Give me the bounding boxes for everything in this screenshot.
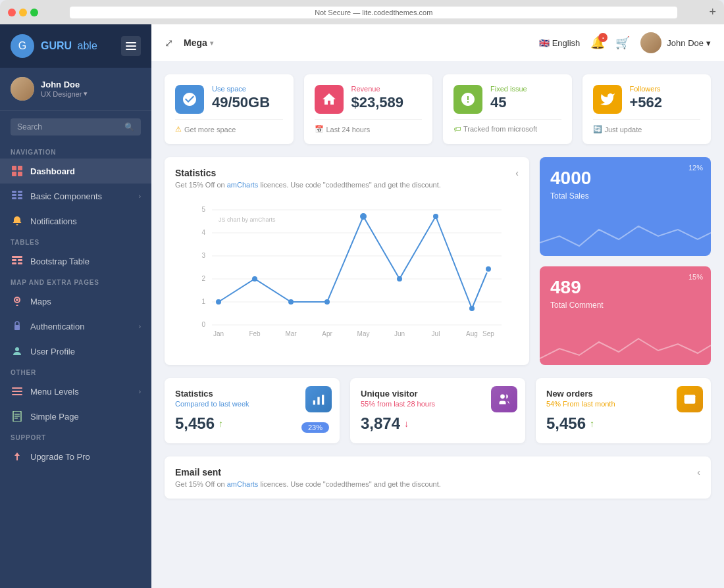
messages-button[interactable]: 🛒 [615,36,630,50]
stat-info-followers: Followers +562 [630,85,701,111]
nav-label-tables: Tables [0,233,151,249]
dot-yellow[interactable] [19,9,27,16]
sidebar-item-maps[interactable]: Maps [0,289,151,314]
stat-icon-revenue [315,85,344,114]
sidebar-item-label: Basic Components [30,191,102,201]
sales-percent: 12% [688,164,703,172]
stat-value-followers: +562 [630,94,701,111]
header-right: 🇬🇧 English 🔔 • 🛒 John Doe ▾ [539,32,711,53]
sidebar-item-label: User Profile [30,347,75,356]
header-user-avatar [640,32,661,53]
svg-text:5: 5 [201,206,205,213]
email-title: Email sent [175,467,221,478]
stat-footer-usespace: ⚠ Get more space [175,119,283,134]
sidebar-item-label: Maps [30,297,51,306]
header-menu-name: Mega ▾ [184,37,213,48]
svg-rect-22 [14,416,20,417]
stat-value-revenue: $23,589 [351,94,423,111]
browser-dots [8,9,38,16]
svg-point-37 [216,299,221,305]
svg-text:Aug: Aug [466,330,478,337]
notifications-icon [11,214,24,228]
chart-card: Statistics ‹ Get 15% Off on amCharts lic… [165,157,529,365]
stat-icon-usespace [175,85,204,114]
comments-wave-chart [540,326,711,365]
stat-value-usespace: 49/50GB [212,94,283,111]
svg-rect-57 [322,395,324,404]
message-icon: 🛒 [615,36,630,49]
nav-label-map: Map And Extra Pages [0,274,151,289]
sidebar-item-bootstrap-table[interactable]: Bootstrap Table [0,249,151,274]
comments-label: Total Comment [550,301,700,310]
user-menu-button[interactable]: John Doe ▾ [640,32,711,53]
sidebar-logo: G GURU able [0,24,151,68]
sidebar-item-authentication[interactable]: Authentication › [0,314,151,339]
bc-value-orders: 5,456 ↑ [546,414,700,433]
chart-subtitle: Get 15% Off on amCharts licences. Use co… [175,181,519,189]
flag-icon: 🇬🇧 [539,38,550,48]
svg-rect-56 [317,397,319,405]
header-user-name: John Doe ▾ [667,38,711,48]
stat-card-followers: Followers +562 🔄 Just update [582,74,711,144]
search-input-wrap[interactable]: 🔍 [11,118,141,135]
svg-rect-2 [12,172,16,176]
svg-point-40 [324,299,330,305]
bottom-card-visitor: Unique visitor 55% from last 28 hours 3,… [350,378,525,443]
user-role: UX Designer ▾ [41,89,88,98]
browser-new-tab[interactable]: + [709,5,716,19]
nav-label-support: Support [0,429,151,444]
svg-text:Feb: Feb [249,330,261,337]
sidebar-item-label: Simple Page [30,412,79,422]
notifications-bell-button[interactable]: 🔔 • [590,36,605,50]
sales-wave-chart [540,216,711,256]
chart-collapse-button[interactable]: ‹ [515,168,519,178]
main-panel: ⤢ Mega ▾ 🇬🇧 English 🔔 • 🛒 [151,24,724,588]
sidebar-item-label: Menu Levels [30,387,79,397]
svg-rect-10 [12,256,22,258]
svg-point-41 [360,213,367,220]
search-input[interactable] [17,122,120,132]
sidebar-item-upgrade[interactable]: Upgrade To Pro [0,444,151,469]
email-amcharts-link[interactable]: amCharts [227,480,259,488]
sidebar-item-notifications[interactable]: Notifications [0,208,151,233]
svg-rect-55 [313,401,315,405]
avatar [11,77,34,101]
menu-toggle-button[interactable] [121,36,141,56]
statistics-icon [305,386,332,412]
sidebar-item-simple-page[interactable]: Simple Page [0,404,151,429]
user-info: John Doe UX Designer ▾ [41,80,88,98]
svg-rect-23 [14,418,18,419]
svg-rect-17 [12,387,22,389]
svg-rect-5 [18,191,22,193]
svg-text:Jul: Jul [432,330,440,337]
sales-label: Total Sales [550,191,700,201]
orders-icon [677,386,703,412]
sidebar-item-menu-levels[interactable]: Menu Levels › [0,379,151,404]
dot-red[interactable] [8,9,16,16]
sidebar-item-basic-components[interactable]: Basic Components › [0,184,151,208]
svg-text:JS chart by amCharts: JS chart by amCharts [219,216,276,223]
email-collapse-button[interactable]: ‹ [697,467,700,478]
svg-text:4: 4 [201,229,205,236]
hamburger-icon [126,42,136,50]
chevron-right-icon: › [139,193,141,200]
chevron-right-icon: › [139,388,141,395]
sidebar-item-user-profile[interactable]: User Profile [0,339,151,364]
arrow-up-icon: ↑ [590,418,594,429]
sidebar-item-dashboard[interactable]: Dashboard [0,159,151,184]
language-selector[interactable]: 🇬🇧 English [539,38,581,48]
statistics-chart: 5 4 3 2 1 0 JS chart by amCharts [175,197,519,341]
nav-label-other: Other [0,364,151,379]
logo-text: GURU able [41,40,97,52]
bottom-stats-row: Statistics Compared to last week 5,456 ↑… [165,378,711,443]
metric-card-comments: 15% 489 Total Comment [540,266,711,365]
expand-icon[interactable]: ⤢ [165,37,173,49]
dot-green[interactable] [30,9,38,16]
app-container: G GURU able John Doe UX Designer ▾ [0,24,724,588]
comments-percent: 15% [688,273,703,281]
amcharts-link[interactable]: amCharts [227,181,259,189]
email-subtitle: Get 15% Off on amCharts licences. Use co… [175,480,700,488]
stat-card-revenue: Revenue $23,589 📅 Last 24 hours [304,74,433,144]
svg-rect-1 [18,166,22,170]
search-box: 🔍 [0,110,151,143]
